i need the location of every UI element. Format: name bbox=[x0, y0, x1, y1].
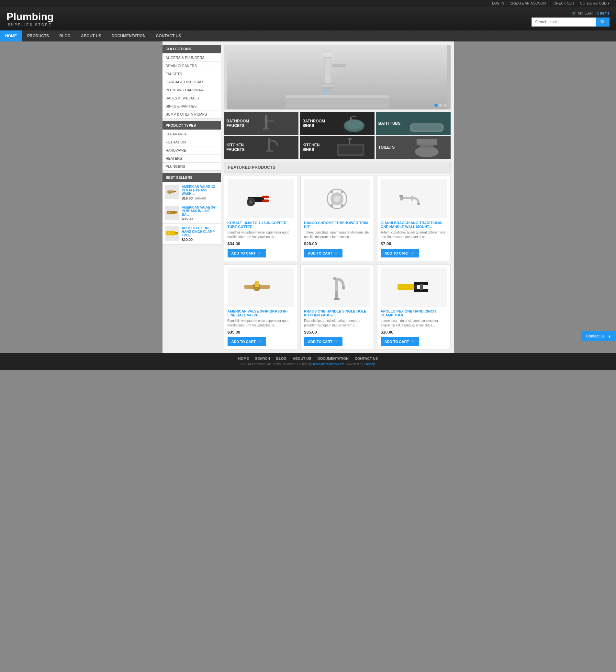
sidebar-item[interactable]: PLUMBING HARDWARE bbox=[162, 86, 221, 94]
add-to-cart-button[interactable]: ADD TO CART 🛒 bbox=[228, 337, 266, 346]
nav-products[interactable]: PRODUCTS bbox=[22, 30, 54, 41]
svg-rect-15 bbox=[332, 64, 345, 67]
category-tile-kitchen-faucets[interactable]: KITCHENFAUCETS bbox=[224, 136, 299, 159]
product-title: APOLLO PEX ONE HAND CINCH CLAMP TOOL bbox=[381, 309, 447, 317]
checkout-link[interactable]: CHECK OUT bbox=[554, 1, 575, 5]
best-seller-item: AMERICAN VALVE 12-IN MALE BRASS WASHI...… bbox=[162, 182, 221, 203]
sidebar-item[interactable]: SINKS & VANITIES bbox=[162, 102, 221, 110]
svg-rect-16 bbox=[286, 95, 389, 98]
featured-header: FEATURED PRODUCTS bbox=[224, 162, 451, 173]
best-seller-price: $35.00 bbox=[182, 217, 218, 221]
product-image-area bbox=[228, 268, 294, 307]
sidebar-item[interactable]: CLEARANCE bbox=[162, 130, 221, 138]
search-box: 🔍 bbox=[532, 17, 610, 27]
sidebar-item[interactable]: DRAIN CLEANERS bbox=[162, 62, 221, 70]
add-to-cart-button[interactable]: ADD TO CART 🛒 bbox=[304, 337, 342, 346]
svg-point-49 bbox=[334, 196, 340, 202]
svg-rect-8 bbox=[168, 232, 170, 234]
product-card: AMERICAN VALVE 34-IN BRASS IN-LINE BALL … bbox=[224, 264, 297, 350]
product-image-area bbox=[228, 179, 294, 218]
footer-nav-blog[interactable]: BLOG bbox=[276, 357, 286, 361]
slider-dot[interactable] bbox=[434, 104, 438, 107]
product-desc: Totam, cupiditate, quam quaerat dolorem … bbox=[381, 230, 447, 239]
product-price: $7.00 bbox=[381, 241, 447, 246]
category-tile-bathroom-sinks[interactable]: BATHROOMSINKS bbox=[300, 112, 375, 135]
logo-subtitle: SUPPLIES STORE bbox=[8, 23, 54, 27]
sidebar-item[interactable]: HEATERS bbox=[162, 154, 221, 162]
slider-dot[interactable] bbox=[439, 104, 442, 107]
sidebar-item[interactable]: PLUNGERS bbox=[162, 162, 221, 171]
sidebar-item[interactable]: FAUCETS bbox=[162, 70, 221, 78]
logo[interactable]: Plumbing SUPPLIES STORE bbox=[6, 11, 54, 27]
sidebar-item[interactable]: GARBAGE DISPOSALS bbox=[162, 78, 221, 86]
product-price: $10.00 bbox=[381, 330, 447, 334]
nav-contact[interactable]: CONTACT US bbox=[151, 30, 186, 41]
footer-nav-documentation[interactable]: DOCUMENTATION bbox=[318, 357, 349, 361]
add-to-cart-button[interactable]: ADD TO CART 🛒 bbox=[228, 249, 266, 257]
add-to-cart-button[interactable]: ADD TO CART 🛒 bbox=[381, 249, 419, 257]
best-seller-info: AMERICAN VALVE 12-IN MALE BRASS WASHI...… bbox=[182, 185, 218, 200]
best-seller-link[interactable]: AMERICAN VALVE 12-IN MALE BRASS WASHI... bbox=[182, 185, 218, 196]
hero-slider[interactable] bbox=[224, 45, 451, 109]
nav-about[interactable]: ABOUT US bbox=[76, 30, 106, 41]
footer-shopify-link[interactable]: Shopify bbox=[364, 363, 375, 366]
product-title: DANCO CHROME TUBSHOWER TRIM KIT bbox=[304, 221, 370, 229]
login-link[interactable]: LOG IN bbox=[492, 1, 504, 5]
footer: HOME SEARCH BLOG ABOUT US DOCUMENTATION … bbox=[0, 353, 616, 370]
add-to-cart-button[interactable]: ADD TO CART 🛒 bbox=[381, 337, 419, 346]
nav-documentation[interactable]: DOCUMENTATION bbox=[106, 30, 151, 41]
best-seller-link[interactable]: APOLLO PEX ONE HAND CINCH CLAMP TOOL... bbox=[182, 226, 218, 237]
category-tile-label: BATHROOMFAUCETS bbox=[227, 119, 249, 128]
category-tile-kitchen-sinks[interactable]: KITCHENSINKS bbox=[300, 136, 375, 159]
svg-rect-50 bbox=[330, 191, 333, 193]
category-tile-label: BATH TUBS bbox=[378, 121, 400, 126]
product-types-section: PRODUCT TYPES CLEARANCE FILTRATION HARDW… bbox=[162, 121, 221, 171]
sidebar-item[interactable]: SALES & SPECIALS bbox=[162, 94, 221, 102]
footer-templatemonster-link[interactable]: TemplateMonster.com bbox=[312, 363, 344, 366]
svg-rect-51 bbox=[341, 191, 343, 193]
svg-rect-63 bbox=[335, 290, 338, 298]
search-button[interactable]: 🔍 bbox=[596, 17, 610, 27]
product-image-area bbox=[304, 268, 370, 307]
category-tile-label: BATHROOMSINKS bbox=[302, 119, 325, 128]
svg-point-56 bbox=[417, 202, 420, 205]
best-seller-link[interactable]: AMERICAN VALVE 34-IN BRASS IN-LINE BA... bbox=[182, 206, 218, 216]
sidebar-item[interactable]: HARDWARE bbox=[162, 146, 221, 154]
product-card: DANCO CHROME TUBSHOWER TRIM KIT Totam, c… bbox=[300, 176, 374, 261]
cart-link[interactable]: 0 Items bbox=[597, 11, 610, 16]
create-account-link[interactable]: CREATE AN ACCOUNT bbox=[510, 1, 548, 5]
category-tile-toilets[interactable]: TOILETS bbox=[376, 136, 451, 159]
product-desc: Blanditiis voluptatem esse aspernatur qu… bbox=[228, 230, 294, 239]
svg-point-14 bbox=[322, 51, 333, 58]
footer-nav-home[interactable]: HOME bbox=[238, 357, 249, 361]
footer-nav: HOME SEARCH BLOG ABOUT US DOCUMENTATION … bbox=[4, 357, 612, 361]
svg-rect-68 bbox=[398, 284, 415, 290]
category-tile-bath-tubs[interactable]: BATH TUBS bbox=[376, 112, 451, 135]
product-price: $28.00 bbox=[304, 241, 370, 246]
add-to-cart-button[interactable]: ADD TO CART 🛒 bbox=[304, 249, 342, 257]
product-types-title: PRODUCT TYPES bbox=[162, 121, 221, 129]
footer-nav-contact[interactable]: CONTACT US bbox=[355, 357, 378, 361]
sidebar-item[interactable]: SUMP & UTILITY PUMPS bbox=[162, 110, 221, 118]
best-seller-item: APOLLO PEX ONE HAND CINCH CLAMP TOOL... … bbox=[162, 224, 221, 244]
header: Plumbing SUPPLIES STORE 🛒 MY CART: 0 Ite… bbox=[0, 7, 616, 30]
svg-rect-71 bbox=[414, 285, 417, 289]
best-seller-price: $19.00 $35.00 bbox=[182, 196, 218, 200]
category-tile-label: KITCHENSINKS bbox=[302, 143, 319, 152]
svg-rect-52 bbox=[330, 204, 333, 207]
slider-dot[interactable] bbox=[443, 104, 447, 107]
footer-nav-about[interactable]: ABOUT US bbox=[293, 357, 311, 361]
nav-blog[interactable]: BLOG bbox=[54, 30, 76, 41]
sidebar-item[interactable]: AUGERS & PLUNGERS bbox=[162, 54, 221, 62]
sidebar-item[interactable]: FILTRATION bbox=[162, 138, 221, 146]
svg-rect-58 bbox=[399, 195, 403, 197]
nav-home[interactable]: HOME bbox=[0, 30, 22, 41]
category-tile-bathroom-faucets[interactable]: BATHROOMFAUCETS bbox=[224, 112, 299, 135]
svg-rect-67 bbox=[333, 277, 336, 280]
footer-nav-search[interactable]: SEARCH bbox=[255, 357, 270, 361]
search-input[interactable] bbox=[532, 17, 596, 27]
best-seller-price: $10.00 bbox=[182, 238, 218, 241]
product-price: $34.00 bbox=[228, 241, 294, 246]
product-title: GIANNI BRACCHIANO TRADITIONAL ONE HANDLE… bbox=[381, 221, 447, 229]
contact-float-button[interactable]: Contact us! ▲ bbox=[581, 331, 616, 341]
